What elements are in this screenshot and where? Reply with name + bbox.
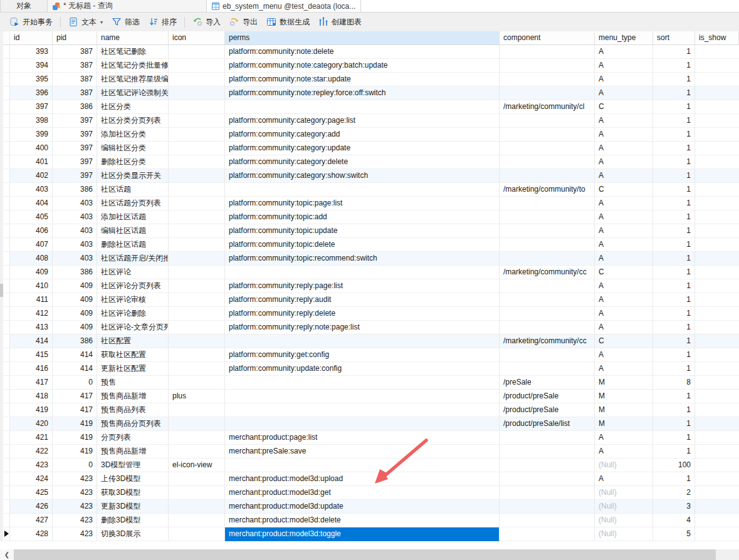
cell-menu_type[interactable]: A xyxy=(595,307,653,321)
cell-is_show[interactable] xyxy=(695,45,739,59)
cell-icon[interactable] xyxy=(169,321,225,334)
cell-name[interactable]: 社区笔记删除 xyxy=(97,45,169,59)
cell-component[interactable]: /product/preSale xyxy=(500,403,595,417)
cell-perms[interactable] xyxy=(225,376,500,390)
cell-icon[interactable] xyxy=(169,59,225,73)
row-selector[interactable] xyxy=(3,390,10,403)
cell-perms[interactable]: merchant:product:page:list xyxy=(225,431,500,445)
cell-name[interactable]: 获取社区配置 xyxy=(97,348,169,362)
cell-sort[interactable]: 1 xyxy=(653,334,695,348)
cell-pid[interactable]: 417 xyxy=(53,403,97,417)
cell-pid[interactable]: 387 xyxy=(53,59,97,73)
cell-name[interactable]: 社区话题 xyxy=(97,183,169,197)
cell-pid[interactable]: 417 xyxy=(53,390,97,403)
cell-pid[interactable]: 423 xyxy=(53,527,97,541)
text-view-button[interactable]: 文本 ▾ xyxy=(64,15,107,29)
cell-perms[interactable]: merchant:product:model3d:update xyxy=(225,500,500,514)
cell-sort[interactable]: 1 xyxy=(653,210,695,224)
tab-eb-system-menu[interactable]: eb_system_menu @test_deaota (loca... xyxy=(207,0,361,12)
row-selector[interactable] xyxy=(3,238,10,252)
cell-sort[interactable]: 1 xyxy=(653,59,695,73)
column-header-component[interactable]: component xyxy=(500,31,595,45)
cell-id[interactable]: 417 xyxy=(10,376,53,390)
cell-pid[interactable]: 397 xyxy=(53,128,97,142)
cell-id[interactable]: 405 xyxy=(10,210,53,224)
cell-sort[interactable]: 1 xyxy=(653,238,695,252)
cell-menu_type[interactable]: A xyxy=(595,59,653,73)
cell-pid[interactable]: 386 xyxy=(53,334,97,348)
cell-icon[interactable] xyxy=(169,376,225,390)
cell-sort[interactable]: 4 xyxy=(653,514,695,527)
cell-name[interactable]: 社区评论删除 xyxy=(97,307,169,321)
cell-is_show[interactable] xyxy=(695,155,739,169)
row-selector[interactable] xyxy=(3,376,10,390)
cell-name[interactable]: 切换3D展示 xyxy=(97,527,169,541)
cell-icon[interactable] xyxy=(169,527,225,541)
cell-id[interactable]: 414 xyxy=(10,334,53,348)
row-selector[interactable] xyxy=(3,334,10,348)
cell-pid[interactable]: 423 xyxy=(53,500,97,514)
cell-name[interactable]: 社区评论审核 xyxy=(97,293,169,307)
cell-is_show[interactable] xyxy=(695,376,739,390)
cell-sort[interactable]: 1 xyxy=(653,362,695,376)
cell-pid[interactable]: 403 xyxy=(53,224,97,238)
cell-icon[interactable] xyxy=(169,486,225,500)
cell-menu_type[interactable]: C xyxy=(595,334,653,348)
cell-icon[interactable]: el-icon-view xyxy=(169,459,225,472)
cell-menu_type[interactable]: (Null) xyxy=(595,486,653,500)
cell-sort[interactable]: 1 xyxy=(653,307,695,321)
cell-is_show[interactable] xyxy=(695,114,739,128)
cell-icon[interactable] xyxy=(169,293,225,307)
cell-is_show[interactable] xyxy=(695,321,739,334)
cell-pid[interactable]: 397 xyxy=(53,169,97,183)
cell-pid[interactable]: 0 xyxy=(53,376,97,390)
cell-name[interactable]: 删除社区话题 xyxy=(97,238,169,252)
cell-sort[interactable]: 1 xyxy=(653,431,695,445)
row-selector[interactable] xyxy=(3,114,10,128)
cell-perms[interactable] xyxy=(225,390,500,403)
row-selector[interactable] xyxy=(3,431,10,445)
cell-is_show[interactable] xyxy=(695,252,739,266)
cell-is_show[interactable] xyxy=(695,266,739,279)
cell-icon[interactable] xyxy=(169,431,225,445)
cell-pid[interactable]: 423 xyxy=(53,514,97,527)
cell-perms[interactable]: platform:community:reply:note:page:list xyxy=(225,321,500,334)
row-selector[interactable] xyxy=(3,403,10,417)
row-selector[interactable] xyxy=(3,486,10,500)
cell-component[interactable]: /marketing/community/cc xyxy=(500,266,595,279)
cell-id[interactable]: 419 xyxy=(10,403,53,417)
cell-component[interactable] xyxy=(500,59,595,73)
cell-icon[interactable] xyxy=(169,348,225,362)
cell-id[interactable]: 424 xyxy=(10,472,53,486)
cell-perms[interactable]: platform:community:topic:add xyxy=(225,210,500,224)
row-selector[interactable] xyxy=(3,197,10,210)
cell-menu_type[interactable]: C xyxy=(595,266,653,279)
cell-component[interactable] xyxy=(500,527,595,541)
cell-sort[interactable]: 100 xyxy=(653,459,695,472)
cell-name[interactable]: 编辑社区分类 xyxy=(97,142,169,155)
scroll-left-icon[interactable]: ❮ xyxy=(0,549,14,560)
cell-menu_type[interactable]: A xyxy=(595,362,653,376)
cell-sort[interactable]: 1 xyxy=(653,403,695,417)
cell-component[interactable] xyxy=(500,459,595,472)
cell-perms[interactable]: platform:community:get:config xyxy=(225,348,500,362)
cell-pid[interactable]: 419 xyxy=(53,445,97,459)
row-selector[interactable] xyxy=(3,100,10,114)
cell-menu_type[interactable]: A xyxy=(595,142,653,155)
row-selector[interactable] xyxy=(3,279,10,293)
cell-perms[interactable] xyxy=(225,403,500,417)
cell-menu_type[interactable]: A xyxy=(595,348,653,362)
cell-component[interactable] xyxy=(500,142,595,155)
cell-id[interactable]: 393 xyxy=(10,45,53,59)
cell-pid[interactable]: 386 xyxy=(53,100,97,114)
cell-pid[interactable]: 409 xyxy=(53,293,97,307)
import-button[interactable]: 导入 xyxy=(188,15,225,29)
cell-sort[interactable]: 1 xyxy=(653,86,695,100)
row-selector[interactable] xyxy=(3,183,10,197)
cell-pid[interactable]: 409 xyxy=(53,279,97,293)
row-selector[interactable] xyxy=(3,142,10,155)
cell-pid[interactable]: 423 xyxy=(53,472,97,486)
cell-id[interactable]: 399 xyxy=(10,128,53,142)
cell-component[interactable]: /marketing/community/cc xyxy=(500,334,595,348)
cell-sort[interactable]: 1 xyxy=(653,183,695,197)
